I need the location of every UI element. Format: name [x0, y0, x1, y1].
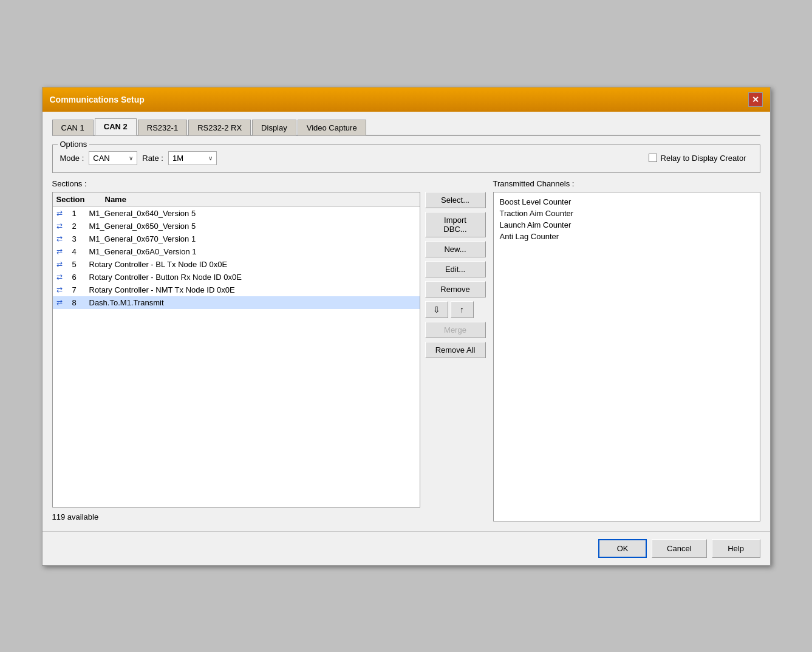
- action-buttons: Select... Import DBC... New... Edit... R…: [425, 192, 486, 508]
- edit-button[interactable]: Edit...: [425, 261, 486, 277]
- options-group: Options Mode : CAN ∨ Rate : 1M ∨: [52, 144, 760, 173]
- tab-rs232-2rx[interactable]: RS232-2 RX: [188, 120, 251, 135]
- rate-value: 1M: [172, 154, 183, 163]
- available-text: 119 available: [52, 512, 486, 521]
- section-name: M1_General_0x640_Version 5: [89, 209, 416, 218]
- section-number: 2: [72, 222, 84, 231]
- arrows-icon: ⇄: [56, 209, 67, 217]
- arrow-down-button[interactable]: ⇩: [425, 301, 448, 318]
- tab-bar: CAN 1 CAN 2 RS232-1 RS232-2 RX Display V…: [52, 118, 760, 136]
- section-name: Rotary Controller - BL Tx Node ID 0x0E: [89, 260, 416, 269]
- sections-label: Sections :: [52, 179, 486, 188]
- options-row: Mode : CAN ∨ Rate : 1M ∨ Relay to Displa…: [60, 151, 752, 165]
- section-row[interactable]: ⇄ 1 M1_General_0x640_Version 5: [53, 207, 420, 220]
- close-button[interactable]: ✕: [748, 92, 763, 107]
- mode-dropdown-arrow: ∨: [129, 155, 133, 161]
- options-left: Mode : CAN ∨ Rate : 1M ∨: [60, 151, 217, 165]
- rate-label: Rate :: [142, 154, 163, 163]
- section-number: 4: [72, 247, 84, 256]
- arrows-icon: ⇄: [56, 222, 67, 230]
- col-name-header: Name: [105, 195, 416, 204]
- relay-label: Relay to Display Creator: [661, 154, 746, 163]
- select-button[interactable]: Select...: [425, 192, 486, 208]
- arrow-up-button[interactable]: ↑: [451, 301, 474, 318]
- section-number: 6: [72, 273, 84, 282]
- content-area: Sections : Section Name ⇄ 1 M1_General_0…: [52, 179, 760, 521]
- right-panel: Transmitted Channels : Boost Level Count…: [493, 179, 760, 521]
- transmitted-channel-item: Boost Level Counter: [497, 196, 756, 208]
- section-name: M1_General_0x670_Version 1: [89, 234, 416, 243]
- remove-all-button[interactable]: Remove All: [425, 342, 486, 358]
- sections-layout: Section Name ⇄ 1 M1_General_0x640_Versio…: [52, 192, 486, 508]
- communications-setup-dialog: Communications Setup ✕ CAN 1 CAN 2 RS232…: [42, 87, 771, 566]
- section-number: 8: [72, 298, 84, 307]
- transmitted-channels-label: Transmitted Channels :: [493, 179, 760, 188]
- tab-rs232-1[interactable]: RS232-1: [138, 120, 187, 135]
- cancel-button[interactable]: Cancel: [652, 539, 706, 558]
- section-name: Rotary Controller - NMT Tx Node ID 0x0E: [89, 285, 416, 294]
- section-number: 1: [72, 209, 84, 218]
- section-name: M1_General_0x650_Version 5: [89, 222, 416, 231]
- section-name: Dash.To.M1.Transmit: [89, 298, 416, 307]
- tab-can2[interactable]: CAN 2: [95, 118, 137, 135]
- relay-checkbox[interactable]: [649, 154, 657, 162]
- mode-value: CAN: [93, 154, 109, 163]
- arrows-icon: ⇄: [56, 285, 67, 294]
- title-bar: Communications Setup ✕: [43, 87, 770, 112]
- arrow-buttons: ⇩ ↑: [425, 301, 486, 318]
- mode-label: Mode :: [60, 154, 84, 163]
- merge-button[interactable]: Merge: [425, 322, 486, 338]
- footer: OK Cancel Help: [43, 531, 770, 565]
- sections-rows: ⇄ 1 M1_General_0x640_Version 5 ⇄ 2 M1_Ge…: [53, 207, 420, 309]
- tab-display[interactable]: Display: [252, 120, 296, 135]
- sections-header: Section Name: [53, 192, 420, 207]
- transmitted-channel-item: Traction Aim Counter: [497, 208, 756, 219]
- transmitted-channels-list: Boost Level CounterTraction Aim CounterL…: [493, 192, 760, 521]
- rate-dropdown[interactable]: 1M ∨: [168, 151, 217, 165]
- mode-dropdown[interactable]: CAN ∨: [89, 151, 137, 165]
- section-row[interactable]: ⇄ 6 Rotary Controller - Button Rx Node I…: [53, 271, 420, 284]
- dialog-body: CAN 1 CAN 2 RS232-1 RS232-2 RX Display V…: [43, 112, 770, 531]
- arrows-icon: ⇄: [56, 298, 67, 307]
- section-name: M1_General_0x6A0_Version 1: [89, 247, 416, 256]
- remove-button[interactable]: Remove: [425, 281, 486, 297]
- transmitted-channel-item: Anti Lag Counter: [497, 231, 756, 242]
- sections-list: Section Name ⇄ 1 M1_General_0x640_Versio…: [52, 192, 420, 508]
- new-button[interactable]: New...: [425, 241, 486, 257]
- left-panel: Sections : Section Name ⇄ 1 M1_General_0…: [52, 179, 486, 521]
- options-legend: Options: [58, 140, 90, 149]
- tab-can1[interactable]: CAN 1: [52, 120, 94, 135]
- section-row[interactable]: ⇄ 4 M1_General_0x6A0_Version 1: [53, 245, 420, 258]
- import-dbc-button[interactable]: Import DBC...: [425, 212, 486, 237]
- col-section-header: Section: [56, 195, 93, 204]
- transmitted-rows: Boost Level CounterTraction Aim CounterL…: [497, 196, 756, 242]
- section-number: 5: [72, 260, 84, 269]
- dialog-title: Communications Setup: [50, 95, 145, 104]
- section-number: 3: [72, 234, 84, 243]
- section-row[interactable]: ⇄ 5 Rotary Controller - BL Tx Node ID 0x…: [53, 258, 420, 271]
- help-button[interactable]: Help: [712, 539, 760, 558]
- tab-videocapture[interactable]: Video Capture: [298, 120, 366, 135]
- section-row[interactable]: ⇄ 3 M1_General_0x670_Version 1: [53, 233, 420, 245]
- arrows-icon: ⇄: [56, 273, 67, 281]
- section-row[interactable]: ⇄ 8 Dash.To.M1.Transmit: [53, 296, 420, 309]
- section-row[interactable]: ⇄ 2 M1_General_0x650_Version 5: [53, 220, 420, 233]
- arrows-icon: ⇄: [56, 234, 67, 243]
- ok-button[interactable]: OK: [598, 539, 647, 558]
- arrows-icon: ⇄: [56, 247, 67, 256]
- rate-dropdown-arrow: ∨: [208, 155, 213, 161]
- section-number: 7: [72, 285, 84, 294]
- relay-checkbox-row: Relay to Display Creator: [649, 154, 746, 163]
- transmitted-channel-item: Launch Aim Counter: [497, 219, 756, 231]
- section-name: Rotary Controller - Button Rx Node ID 0x…: [89, 273, 416, 282]
- section-row[interactable]: ⇄ 7 Rotary Controller - NMT Tx Node ID 0…: [53, 284, 420, 296]
- arrows-icon: ⇄: [56, 260, 67, 268]
